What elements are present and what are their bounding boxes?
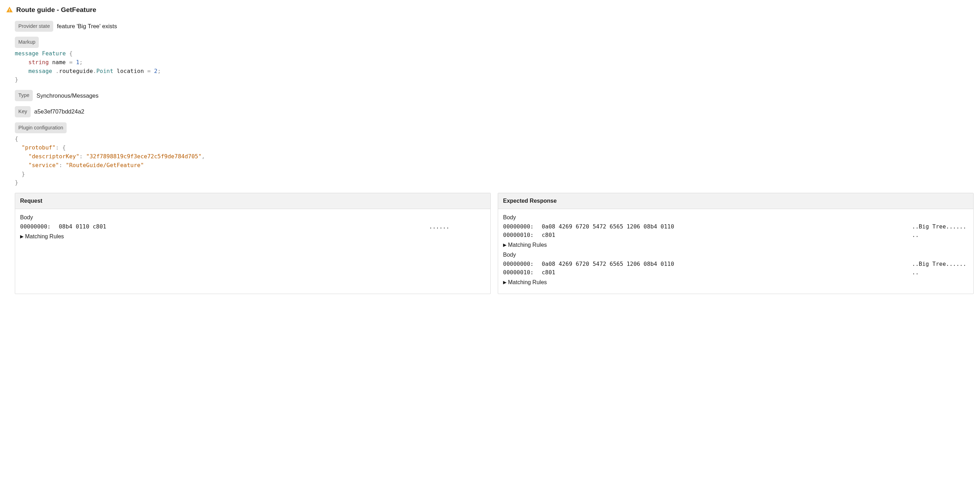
markup-token: . [56,68,59,74]
markup-token: ; [79,59,83,65]
markup-token: Point [96,68,113,74]
provider-state-row: Provider state feature 'Big Tree' exists [15,21,974,32]
request-panel-body: Body 00000000: 08b4 0110 c801 ...... ▶ M… [15,209,490,248]
hex-ascii: ..Big Tree...... [912,260,968,268]
page-header: Route guide - GetFeature [6,5,974,15]
matching-rules-label: Matching Rules [508,278,547,287]
json-token: "RouteGuide/GetFeature" [66,162,144,169]
json-token: "descriptorKey" [29,153,80,160]
markup-token: name [52,59,66,65]
response-matching-rules-toggle[interactable]: ▶ Matching Rules [503,241,968,249]
hex-row: 00000010: c801 .. [503,231,968,239]
plugin-config-badge: Plugin configuration [15,122,67,134]
hex-bytes: 0a08 4269 6720 5472 6565 1206 08b4 0110 [538,222,912,231]
markup-token: . [93,68,97,74]
hex-ascii: .. [912,231,968,239]
response-body-label: Body [503,213,968,222]
json-token: : [56,144,62,151]
markup-token: location [117,68,144,74]
hex-row: 00000000: 08b4 0110 c801 ...... [20,222,485,231]
response-panel-header: Expected Response [498,193,973,209]
hex-offset: 00000000: [503,222,538,231]
hex-offset: 00000010: [503,268,538,277]
markup-token: } [15,76,18,83]
json-token [15,144,22,151]
type-value: Synchronous/Messages [36,91,99,100]
plugin-config-label-row: Plugin configuration [15,122,974,134]
provider-state-value: feature 'Big Tree' exists [57,22,117,31]
markup-token: 2 [154,68,158,74]
json-token [15,171,22,177]
hex-ascii: ...... [429,222,485,231]
response-panel: Expected Response Body 00000000: 0a08 42… [498,193,974,294]
markup-token: = [144,68,154,74]
request-response-columns: Request Body 00000000: 08b4 0110 c801 ..… [15,193,974,294]
request-matching-rules-toggle[interactable]: ▶ Matching Rules [20,232,485,241]
request-panel: Request Body 00000000: 08b4 0110 c801 ..… [15,193,491,294]
triangle-right-icon: ▶ [503,279,507,286]
hex-bytes: c801 [538,268,912,277]
json-token: : [79,153,86,160]
markup-token: { [66,50,73,57]
markup-code-block: message Feature { string name = 1; messa… [15,49,974,84]
triangle-right-icon: ▶ [503,241,507,249]
matching-rules-label: Matching Rules [25,232,64,241]
json-token: "32f7898819c9f3ece72c5f9de784d705" [86,153,202,160]
type-row: Type Synchronous/Messages [15,90,974,101]
page-title: Route guide - GetFeature [16,5,96,15]
hex-offset: 00000010: [503,231,538,239]
markup-token [15,68,29,74]
matching-rules-label: Matching Rules [508,241,547,249]
markup-token: Feature [42,50,65,57]
response-body-label: Body [503,251,968,259]
key-value: a5e3ef707bdd24a2 [34,107,84,116]
provider-state-badge: Provider state [15,21,53,32]
hex-ascii: ..Big Tree...... [912,222,968,231]
type-badge: Type [15,90,33,101]
hex-bytes: c801 [538,231,912,239]
markup-label-row: Markup [15,37,974,48]
plugin-config-json: { "protobuf": { "descriptorKey": "32f789… [15,135,974,187]
markup-token: 1 [76,59,79,65]
markup-token: ; [158,68,161,74]
hex-bytes: 0a08 4269 6720 5472 6565 1206 08b4 0110 [538,260,912,268]
json-token: } [15,179,18,186]
request-panel-header: Request [15,193,490,209]
json-token: } [22,171,25,177]
key-row: Key a5e3ef707bdd24a2 [15,106,974,117]
hex-offset: 00000000: [20,222,55,231]
json-token: { [62,144,66,151]
json-token: , [202,153,205,160]
hex-row: 00000000: 0a08 4269 6720 5472 6565 1206 … [503,260,968,268]
hex-row: 00000010: c801 .. [503,268,968,277]
json-token: "service" [29,162,59,169]
markup-token: routeguide [59,68,93,74]
json-token [15,162,29,169]
markup-badge: Markup [15,37,39,48]
request-body-label: Body [20,213,485,222]
json-token: { [15,135,18,142]
markup-token: message [15,50,38,57]
hex-bytes: 08b4 0110 c801 [55,222,429,231]
response-matching-rules-toggle[interactable]: ▶ Matching Rules [503,278,968,287]
markup-token: message [29,68,52,74]
key-badge: Key [15,106,31,117]
markup-token: = [66,59,76,65]
hex-ascii: .. [912,268,968,277]
hex-offset: 00000000: [503,260,538,268]
markup-token: string [29,59,49,65]
warning-icon [6,7,13,12]
markup-token [15,59,29,65]
json-token [15,153,29,160]
json-token: : [59,162,65,169]
triangle-right-icon: ▶ [20,233,24,240]
json-token: "protobuf" [22,144,55,151]
response-panel-body: Body 00000000: 0a08 4269 6720 5472 6565 … [498,209,973,294]
hex-row: 00000000: 0a08 4269 6720 5472 6565 1206 … [503,222,968,231]
